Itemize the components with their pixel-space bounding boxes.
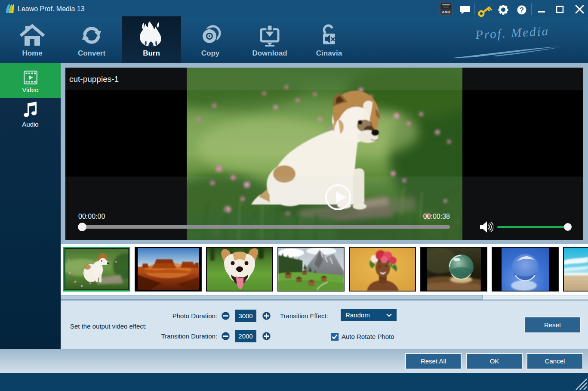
svg-text:?: ?	[520, 6, 524, 14]
svg-text:AMD: AMD	[442, 10, 450, 14]
